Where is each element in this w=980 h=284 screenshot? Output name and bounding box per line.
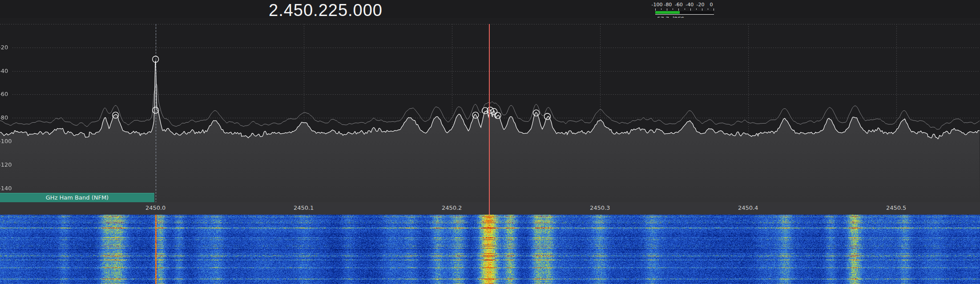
meter-tick: [690, 8, 691, 11]
db-axis-label: -100: [0, 138, 12, 145]
fft-plot-canvas[interactable]: [0, 18, 980, 202]
meter-tick: [673, 8, 673, 10]
meter-tick: [696, 8, 697, 10]
meter-tick: [685, 8, 685, 10]
meter-tick: [714, 8, 714, 11]
tuning-cursor-line[interactable]: [489, 24, 490, 215]
meter-tick: [661, 8, 661, 10]
frequency-tick-label: 2450.2: [442, 204, 462, 211]
db-axis-label: -40: [0, 68, 8, 75]
band-plan-label: GHz Ham Band (NFM): [0, 193, 154, 202]
db-axis-label: -60: [0, 91, 8, 98]
frequency-tick-label: 2450.3: [590, 204, 610, 211]
db-axis-label: -80: [0, 114, 8, 121]
frequency-tick-label: 2450.5: [886, 204, 907, 211]
meter-tick: [708, 8, 708, 10]
meter-tick: [702, 8, 702, 11]
sdr-window: 2.450.225.000 -57.7 dBFS -100-80-60-40-2…: [0, 0, 980, 284]
meter-tick: [667, 8, 667, 11]
meter-scale-label: 0: [702, 2, 720, 8]
frequency-tick-label: 2450.1: [294, 204, 314, 211]
meter-baseline: [655, 14, 714, 15]
meter-tick: [655, 8, 656, 11]
meter-bar-track: [655, 11, 714, 14]
meter-tick: [678, 8, 679, 11]
frequency-tick-label: 2450.0: [145, 204, 166, 211]
db-axis-label: -120: [0, 161, 12, 168]
waterfall-canvas[interactable]: [0, 215, 980, 284]
db-axis-label: -140: [0, 185, 12, 192]
db-axis-label: -20: [0, 44, 8, 51]
frequency-tick-label: 2450.4: [738, 204, 758, 211]
meter-bar-fill: [655, 11, 680, 14]
frequency-axis[interactable]: 2450.02450.12450.22450.32450.42450.5: [0, 202, 980, 215]
frequency-display[interactable]: 2.450.225.000: [269, 1, 383, 20]
